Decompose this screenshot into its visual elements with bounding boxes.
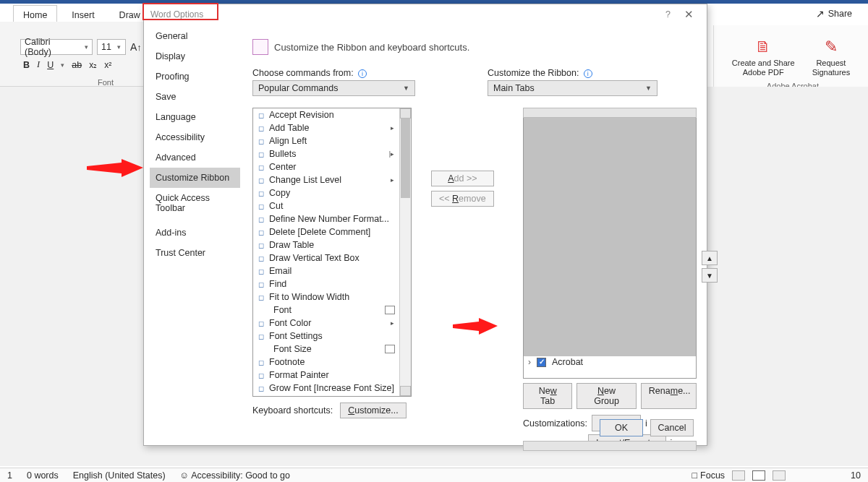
command-item[interactable]: ◻Cut bbox=[253, 199, 399, 212]
info-icon[interactable]: i bbox=[358, 69, 367, 78]
create-share-pdf-button[interactable]: 🗎 Create and Share Adobe PDF bbox=[732, 38, 795, 77]
scroll-down-button[interactable] bbox=[400, 386, 411, 396]
command-icon: ◻ bbox=[256, 162, 266, 172]
ribbon-tree[interactable]: ›Background Removal⌄Home›Clipboard›Font›… bbox=[523, 108, 697, 379]
command-icon: ◻ bbox=[256, 240, 266, 250]
customize-ribbon-dropdown[interactable]: Main Tabs ▼ bbox=[488, 80, 658, 96]
zoom-value[interactable]: 10 bbox=[851, 470, 861, 481]
view-print-button[interactable] bbox=[752, 470, 765, 481]
superscript-button[interactable]: x² bbox=[104, 60, 111, 70]
accessibility-status[interactable]: ☺ Accessibility: Good to go bbox=[180, 470, 290, 481]
underline-button[interactable]: U bbox=[47, 60, 54, 70]
command-item[interactable]: ◻Font Settings bbox=[253, 330, 399, 343]
command-item[interactable]: ◻Copy bbox=[253, 186, 399, 199]
underline-dropdown-icon[interactable]: ▾ bbox=[61, 61, 64, 69]
status-bar: 1 0 words English (United States) ☺ Acce… bbox=[0, 468, 868, 482]
subscript-button[interactable]: x₂ bbox=[89, 60, 97, 70]
command-icon: ◻ bbox=[256, 331, 266, 341]
nav-language[interactable]: Language bbox=[150, 107, 240, 127]
command-item[interactable]: ◻Find bbox=[253, 277, 399, 291]
command-item[interactable]: ◻Fit to Window Width bbox=[253, 291, 399, 304]
font-name-combo[interactable]: Calibri (Body) ▾ bbox=[20, 39, 93, 55]
command-item[interactable]: ◻Center bbox=[253, 160, 399, 173]
command-item[interactable]: ◻Draw Vertical Text Box bbox=[253, 251, 399, 264]
view-read-button[interactable] bbox=[732, 470, 745, 481]
new-tab-button[interactable]: New Tab bbox=[523, 383, 572, 409]
choose-commands-value: Popular Commands bbox=[258, 83, 338, 93]
command-label: Grow Font [Increase Font Size] bbox=[269, 383, 394, 393]
cancel-button[interactable]: Cancel bbox=[650, 419, 694, 436]
new-group-button[interactable]: New Group bbox=[576, 383, 636, 409]
focus-mode[interactable]: □ Focus bbox=[692, 470, 725, 481]
command-item[interactable]: ◻Insert Comment bbox=[253, 395, 399, 396]
scrollbar[interactable] bbox=[399, 108, 411, 396]
scroll-up-button[interactable] bbox=[523, 108, 697, 118]
nav-save[interactable]: Save bbox=[150, 87, 240, 107]
bold-button[interactable]: B bbox=[23, 60, 30, 70]
page-indicator[interactable]: 1 bbox=[7, 470, 12, 481]
expand-icon[interactable]: › bbox=[525, 357, 534, 367]
command-item[interactable]: ◻Define New Number Format... bbox=[253, 212, 399, 225]
chevron-down-icon: ▾ bbox=[117, 43, 121, 51]
accessibility-label: Accessibility: Good to go bbox=[191, 470, 290, 481]
command-item[interactable]: ◻Draw Table bbox=[253, 238, 399, 251]
grow-font-icon[interactable]: A↑ bbox=[130, 41, 142, 53]
view-web-button[interactable] bbox=[773, 470, 786, 481]
customizations-label: Customizations: bbox=[523, 418, 587, 429]
dialog-help-button[interactable]: ? bbox=[665, 9, 671, 20]
ok-button[interactable]: OK bbox=[600, 419, 643, 436]
nav-display[interactable]: Display bbox=[150, 46, 240, 66]
request-sign-button[interactable]: ✎ Request Signatures bbox=[812, 38, 851, 77]
customize-shortcuts-button[interactable]: Customize... bbox=[340, 403, 406, 418]
commands-listbox[interactable]: ◻Accept Revision◻Add Table▸◻Align Left◻B… bbox=[252, 108, 412, 397]
font-size-combo[interactable]: 11 ▾ bbox=[97, 39, 126, 55]
command-item[interactable]: ◻Change List Level▸ bbox=[253, 173, 399, 186]
scroll-up-button[interactable] bbox=[400, 108, 411, 119]
add-button[interactable]: Add >> bbox=[431, 171, 494, 186]
nav-accessibility[interactable]: Accessibility bbox=[150, 127, 240, 147]
command-item[interactable]: ◻Bullets|▸ bbox=[253, 147, 399, 160]
command-item[interactable]: ◻Align Left bbox=[253, 134, 399, 147]
command-icon: ◻ bbox=[256, 136, 266, 146]
strike-button[interactable]: ab bbox=[72, 60, 82, 70]
word-count[interactable]: 0 words bbox=[27, 470, 59, 481]
language[interactable]: English (United States) bbox=[73, 470, 166, 481]
command-item[interactable]: ◻Accept Revision bbox=[253, 108, 399, 121]
nav-add-ins[interactable]: Add-ins bbox=[150, 223, 240, 243]
dialog-close-button[interactable]: ✕ bbox=[684, 8, 694, 21]
choose-commands-dropdown[interactable]: Popular Commands ▼ bbox=[252, 80, 415, 96]
tab-checkbox[interactable] bbox=[537, 358, 546, 367]
command-item[interactable]: ◻Font Size bbox=[253, 343, 399, 356]
dialog-header-text: Customize the Ribbon and keyboard shortc… bbox=[274, 42, 469, 53]
rename-button[interactable]: Rename... bbox=[641, 383, 697, 409]
command-label: Find bbox=[269, 279, 286, 289]
move-up-button[interactable]: ▲ bbox=[702, 251, 718, 265]
command-item[interactable]: ◻Font Color▸ bbox=[253, 317, 399, 330]
submenu-icon: ▸ bbox=[391, 176, 396, 184]
command-item[interactable]: ◻Email bbox=[253, 264, 399, 277]
nav-trust-center[interactable]: Trust Center bbox=[150, 243, 240, 263]
command-icon: ◻ bbox=[256, 370, 266, 380]
remove-button[interactable]: << Remove bbox=[431, 191, 494, 207]
tree-tab-row[interactable]: ›Acrobat bbox=[524, 356, 696, 369]
nav-general[interactable]: General bbox=[150, 26, 240, 46]
dialog-buttons: OK Cancel bbox=[600, 419, 694, 436]
scroll-thumb[interactable] bbox=[524, 118, 696, 356]
italic-button[interactable]: I bbox=[37, 59, 40, 70]
nav-quick-access[interactable]: Quick Access Toolbar bbox=[150, 188, 240, 218]
info-icon[interactable]: i bbox=[584, 69, 592, 78]
command-item[interactable]: ◻Format Painter bbox=[253, 369, 399, 382]
command-item[interactable]: ◻Add Table▸ bbox=[253, 121, 399, 134]
move-down-button[interactable]: ▼ bbox=[702, 268, 718, 283]
scroll-down-button[interactable] bbox=[523, 441, 697, 451]
command-icon: ◻ bbox=[256, 318, 266, 328]
command-item[interactable]: ◻Footnote bbox=[253, 356, 399, 369]
command-item[interactable]: ◻Grow Font [Increase Font Size] bbox=[253, 382, 399, 395]
nav-advanced[interactable]: Advanced bbox=[150, 147, 240, 168]
scroll-thumb[interactable] bbox=[401, 119, 410, 198]
nav-proofing[interactable]: Proofing bbox=[150, 66, 240, 87]
nav-customize-ribbon[interactable]: Customize Ribbon bbox=[150, 168, 240, 188]
command-item[interactable]: ◻Delete [Delete Comment] bbox=[253, 225, 399, 238]
share-button[interactable]: ↗ Share bbox=[816, 8, 852, 20]
command-item[interactable]: ◻Font bbox=[253, 304, 399, 317]
